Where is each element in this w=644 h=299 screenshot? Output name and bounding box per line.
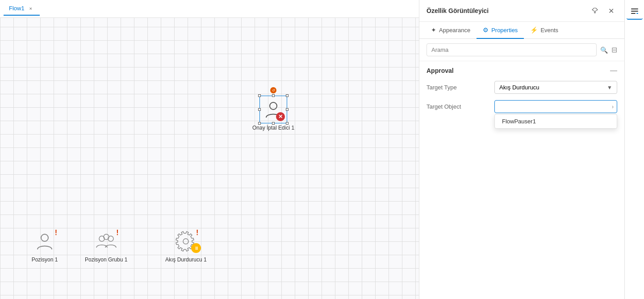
svg-point-5 bbox=[183, 239, 188, 244]
node-pozisyon-grubu[interactable]: ! Pozisyon Grubu 1 bbox=[85, 228, 127, 263]
pause-badge-akis-durdurucu: ⏸ bbox=[191, 243, 201, 253]
handle-tl bbox=[258, 94, 261, 97]
svg-point-4 bbox=[104, 234, 109, 240]
right-sidebar bbox=[624, 0, 644, 299]
flow-tab-label: Flow1 bbox=[9, 5, 25, 12]
svg-rect-6 bbox=[631, 8, 638, 9]
approval-section-header: Approval — bbox=[427, 67, 617, 75]
svg-rect-8 bbox=[631, 13, 636, 14]
dropdown-chevron: ▼ bbox=[607, 84, 612, 91]
dropdown-item-flowpauser1[interactable]: FlowPauser1 bbox=[495, 114, 617, 128]
tab-events[interactable]: ⚡ Events bbox=[524, 22, 565, 39]
node-pozisyon1-label: Pozisyon 1 bbox=[32, 257, 58, 263]
section-collapse-button[interactable]: — bbox=[610, 67, 617, 75]
tab-bar: Flow1 × bbox=[0, 0, 419, 18]
node-onay-iptal-icon-wrap: ↺ ✕ bbox=[260, 96, 287, 123]
canvas-area: Flow1 × ↺ bbox=[0, 0, 419, 299]
node-pozisyon1-icon-wrap: ! bbox=[31, 228, 58, 255]
target-object-value: › FlowPauser1 bbox=[494, 100, 617, 129]
person-icon bbox=[34, 231, 55, 252]
tab-close-button[interactable]: × bbox=[27, 5, 34, 12]
approval-section: Approval — Target Type Akış Durdurucu ▼ … bbox=[419, 61, 624, 140]
node-onay-iptal-label: Onay İptal Edici 1 bbox=[252, 125, 294, 131]
properties-icon: ⚙ bbox=[483, 26, 489, 34]
pin-icon bbox=[591, 7, 598, 14]
node-akis-durdurucu-label: Akış Durdurucu 1 bbox=[165, 257, 207, 263]
target-type-field: Target Type Akış Durdurucu ▼ bbox=[427, 81, 617, 94]
svg-rect-7 bbox=[631, 11, 638, 12]
sidebar-icon bbox=[630, 7, 639, 16]
events-icon: ⚡ bbox=[530, 26, 538, 34]
target-type-dropdown-value: Akış Durdurucu bbox=[499, 84, 539, 91]
handle-mr bbox=[286, 108, 289, 111]
svg-point-1 bbox=[41, 234, 48, 241]
handle-tr bbox=[286, 94, 289, 97]
handle-ml bbox=[258, 108, 261, 111]
warning-badge-pozisyon-grubu: ! bbox=[116, 229, 118, 237]
appearance-icon: ✦ bbox=[431, 26, 436, 34]
target-object-input-wrap: › bbox=[494, 100, 617, 113]
rotate-handle[interactable]: ↺ bbox=[270, 87, 276, 93]
target-type-value: Akış Durdurucu ▼ bbox=[494, 81, 617, 94]
node-pozisyon1[interactable]: ! Pozisyon 1 bbox=[31, 228, 58, 263]
sidebar-toggle-button[interactable] bbox=[627, 4, 643, 20]
group-icon bbox=[96, 231, 117, 252]
svg-rect-9 bbox=[636, 13, 638, 14]
target-type-dropdown[interactable]: Akış Durdurucu ▼ bbox=[494, 81, 617, 94]
search-icon: 🔍 bbox=[600, 46, 608, 54]
tab-properties-label: Properties bbox=[491, 27, 518, 34]
target-object-input[interactable] bbox=[494, 100, 617, 113]
target-object-label: Target Object bbox=[427, 100, 489, 110]
warning-badge-akis-durdurucu: ! bbox=[196, 229, 198, 237]
props-header-actions: ✕ bbox=[589, 4, 617, 17]
tab-events-label: Events bbox=[540, 27, 558, 34]
props-search-bar: 🔍 ⊟ bbox=[419, 39, 624, 61]
flow-tab[interactable]: Flow1 × bbox=[4, 2, 40, 16]
tab-appearance-label: Appearance bbox=[439, 27, 470, 34]
node-onay-iptal[interactable]: ↺ ✕ Onay İptal Edici 1 bbox=[252, 96, 294, 131]
target-object-field: Target Object › FlowPauser1 bbox=[427, 100, 617, 129]
target-object-dropdown-menu: FlowPauser1 bbox=[494, 114, 617, 129]
search-input[interactable] bbox=[427, 43, 597, 56]
collapse-icon[interactable]: ⊟ bbox=[611, 46, 617, 54]
properties-panel: Özellik Görüntüleyici ✕ ✦ Appearance ⚙ P… bbox=[419, 0, 624, 299]
svg-point-0 bbox=[270, 102, 277, 109]
canvas-content[interactable]: ↺ ✕ Onay İptal Edici 1 ! Poz bbox=[0, 18, 419, 299]
node-akis-durdurucu[interactable]: ! ⏸ Akış Durdurucu 1 bbox=[165, 228, 207, 263]
props-header: Özellik Görüntüleyici ✕ bbox=[419, 0, 624, 22]
approval-section-title: Approval bbox=[427, 67, 454, 74]
tab-properties[interactable]: ⚙ Properties bbox=[477, 22, 524, 39]
error-badge: ✕ bbox=[276, 112, 285, 121]
handle-tm bbox=[272, 94, 275, 97]
props-tabs: ✦ Appearance ⚙ Properties ⚡ Events bbox=[419, 22, 624, 39]
warning-badge-pozisyon1: ! bbox=[55, 229, 57, 237]
node-pozisyon-grubu-icon-wrap: ! bbox=[93, 228, 120, 255]
node-akis-durdurucu-icon-wrap: ! ⏸ bbox=[172, 228, 199, 255]
tab-appearance[interactable]: ✦ Appearance bbox=[425, 22, 477, 39]
target-type-label: Target Type bbox=[427, 84, 489, 91]
props-panel-title: Özellik Görüntüleyici bbox=[427, 7, 489, 14]
props-pin-button[interactable] bbox=[589, 4, 601, 17]
node-pozisyon-grubu-label: Pozisyon Grubu 1 bbox=[85, 257, 127, 263]
props-close-button[interactable]: ✕ bbox=[605, 4, 617, 17]
